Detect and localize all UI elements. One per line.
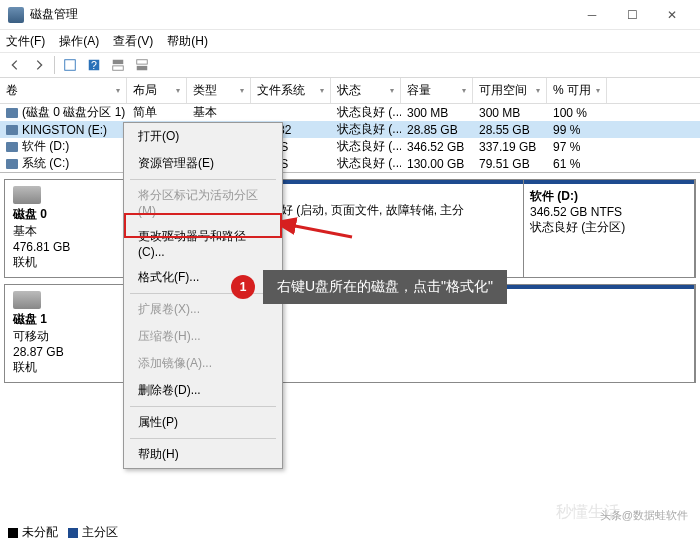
legend-unallocated: 未分配 (22, 524, 58, 541)
svg-rect-6 (137, 66, 148, 70)
ctx-open[interactable]: 打开(O) (124, 123, 282, 150)
help-button[interactable]: ? (83, 55, 105, 75)
ctx-properties[interactable]: 属性(P) (124, 409, 282, 436)
menu-view[interactable]: 查看(V) (113, 33, 153, 50)
col-capacity[interactable]: 容量▾ (401, 78, 473, 103)
annotation-text: 右键U盘所在的磁盘，点击"格式化" (263, 270, 507, 304)
annotation-callout: 1 右键U盘所在的磁盘，点击"格式化" (231, 270, 507, 304)
disk-info[interactable]: 磁盘 0 基本 476.81 GB 联机 (5, 180, 125, 277)
table-row[interactable]: KINGSTON (E:) 简单 基本 FAT32 状态良好 (... 28.8… (0, 121, 700, 138)
svg-rect-0 (65, 60, 76, 71)
toolbar: ? (0, 52, 700, 78)
table-row[interactable]: 软件 (D:) 简单 基本 NTFS 状态良好 (... 346.52 GB 3… (0, 138, 700, 155)
svg-rect-5 (137, 60, 148, 64)
legend-primary: 主分区 (82, 524, 118, 541)
legend: 未分配 主分区 (4, 520, 122, 545)
svg-rect-3 (113, 60, 124, 64)
col-pct[interactable]: % 可用▾ (547, 78, 607, 103)
app-icon (8, 7, 24, 23)
svg-rect-4 (113, 66, 124, 70)
step-badge: 1 (231, 275, 255, 299)
menubar: 文件(F) 操作(A) 查看(V) 帮助(H) (0, 30, 700, 52)
partition[interactable]: 软件 (D:) 346.52 GB NTFS 状态良好 (主分区) (524, 180, 695, 277)
ctx-mark-active: 将分区标记为活动分区(M) (124, 182, 282, 223)
ctx-shrink: 压缩卷(H)... (124, 323, 282, 350)
menu-file[interactable]: 文件(F) (6, 33, 45, 50)
table-row[interactable]: (磁盘 0 磁盘分区 1) 简单 基本 状态良好 (... 300 MB 300… (0, 104, 700, 121)
grid-header: 卷▾ 布局▾ 类型▾ 文件系统▾ 状态▾ 容量▾ 可用空间▾ % 可用▾ (0, 78, 700, 104)
col-type[interactable]: 类型▾ (187, 78, 251, 103)
view-bottom-button[interactable] (131, 55, 153, 75)
watermark: 头条@数据蛙软件 (600, 508, 688, 523)
arrow-icon (282, 215, 362, 245)
maximize-button[interactable]: ☐ (612, 1, 652, 29)
svg-text:?: ? (91, 59, 97, 71)
ctx-mirror: 添加镜像(A)... (124, 350, 282, 377)
view-top-button[interactable] (107, 55, 129, 75)
window-title: 磁盘管理 (30, 6, 572, 23)
col-free[interactable]: 可用空间▾ (473, 78, 547, 103)
volume-grid: 卷▾ 布局▾ 类型▾ 文件系统▾ 状态▾ 容量▾ 可用空间▾ % 可用▾ (磁盘… (0, 78, 700, 173)
back-button[interactable] (4, 55, 26, 75)
col-layout[interactable]: 布局▾ (127, 78, 187, 103)
col-filesystem[interactable]: 文件系统▾ (251, 78, 331, 103)
close-button[interactable]: ✕ (652, 1, 692, 29)
menu-help[interactable]: 帮助(H) (167, 33, 208, 50)
col-volume[interactable]: 卷▾ (0, 78, 127, 103)
ctx-change-letter[interactable]: 更改驱动器号和路径(C)... (124, 223, 282, 264)
col-status[interactable]: 状态▾ (331, 78, 401, 103)
ctx-explorer[interactable]: 资源管理器(E) (124, 150, 282, 177)
ctx-delete[interactable]: 删除卷(D)... (124, 377, 282, 404)
refresh-button[interactable] (59, 55, 81, 75)
disk-icon (13, 186, 41, 204)
ctx-help[interactable]: 帮助(H) (124, 441, 282, 468)
menu-action[interactable]: 操作(A) (59, 33, 99, 50)
forward-button[interactable] (28, 55, 50, 75)
disk-info[interactable]: 磁盘 1 可移动 28.87 GB 联机 (5, 285, 125, 382)
svg-line-7 (290, 225, 352, 237)
table-row[interactable]: 系统 (C:) 简单 基本 NTFS 状态良好 (... 130.00 GB 7… (0, 155, 700, 172)
minimize-button[interactable]: ─ (572, 1, 612, 29)
disk-icon (13, 291, 41, 309)
titlebar: 磁盘管理 ─ ☐ ✕ (0, 0, 700, 30)
